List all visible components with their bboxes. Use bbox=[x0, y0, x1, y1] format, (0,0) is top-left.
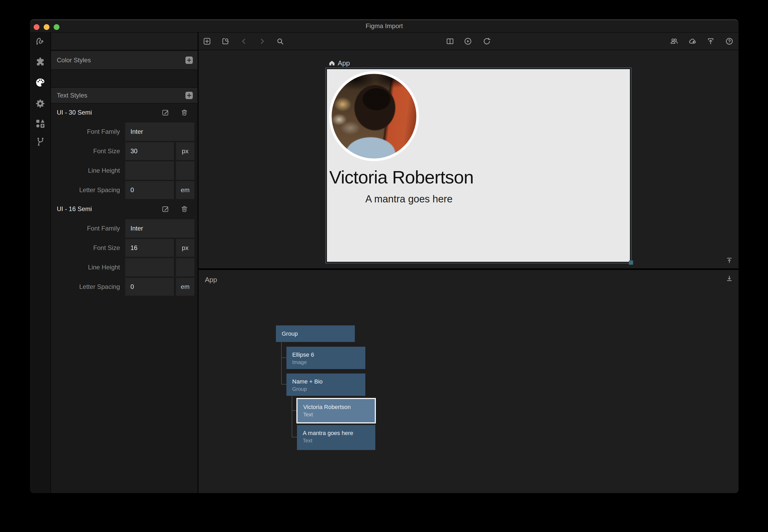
tree-node-ellipse[interactable]: Ellipse 6 Image bbox=[286, 347, 365, 369]
font-size-input[interactable]: 30 bbox=[125, 142, 174, 160]
font-family-input[interactable]: Inter bbox=[125, 219, 194, 238]
tree-connector bbox=[281, 384, 286, 385]
left-icon-rail bbox=[30, 33, 51, 493]
field-value: Inter bbox=[130, 128, 143, 135]
main-toolbar bbox=[198, 33, 739, 50]
text-styles-header: Text Styles bbox=[51, 87, 197, 104]
play-icon[interactable] bbox=[464, 37, 472, 45]
style-name: UI - 30 Semi bbox=[57, 104, 92, 121]
window-title: Figma Import bbox=[30, 20, 739, 32]
unit-box: px bbox=[176, 142, 194, 160]
unit-box bbox=[176, 258, 194, 277]
import-inspect-icon[interactable] bbox=[221, 37, 230, 45]
field-row: Font Size 16 px bbox=[51, 239, 197, 257]
field-row: Letter Spacing 0 em bbox=[51, 278, 197, 296]
tree-connector bbox=[281, 342, 282, 385]
letter-spacing-input[interactable]: 0 bbox=[125, 181, 174, 199]
palette-icon[interactable] bbox=[35, 77, 45, 88]
field-label: Line Height bbox=[51, 161, 120, 180]
add-text-style-button[interactable] bbox=[185, 92, 193, 99]
color-styles-header: Color Styles bbox=[51, 50, 197, 70]
tree-connector bbox=[292, 396, 292, 437]
layers-panel: App Group bbox=[198, 270, 739, 493]
publish-upload-icon[interactable] bbox=[706, 37, 715, 45]
canvas-view[interactable]: App Victoria Robertson A mantra goes her… bbox=[198, 50, 739, 268]
breadcrumb-label: App bbox=[338, 59, 350, 67]
frame-resize-handle[interactable] bbox=[629, 260, 633, 265]
collaborators-icon[interactable] bbox=[670, 37, 678, 45]
tree-connector bbox=[292, 437, 297, 437]
components-import-icon[interactable] bbox=[35, 118, 45, 129]
forward-icon[interactable] bbox=[258, 37, 266, 45]
help-icon[interactable] bbox=[725, 37, 734, 45]
tree-node-title: Victoria Robertson bbox=[303, 404, 351, 411]
styles-panel-top-strip bbox=[51, 33, 197, 50]
field-label: Font Size bbox=[51, 142, 120, 160]
letter-spacing-input[interactable]: 0 bbox=[125, 278, 174, 296]
canvas-mantra-text[interactable]: A mantra goes here bbox=[365, 193, 453, 205]
field-label: Font Size bbox=[51, 239, 120, 257]
app-window: Figma Import bbox=[30, 19, 739, 493]
field-value: 30 bbox=[130, 147, 137, 155]
field-label: Font Family bbox=[51, 219, 120, 238]
style-name: UI - 16 Semi bbox=[57, 201, 92, 217]
delete-style-icon[interactable] bbox=[180, 109, 188, 116]
field-label: Font Family bbox=[51, 122, 120, 141]
tree-node-group[interactable]: Group bbox=[276, 325, 355, 342]
add-frame-icon[interactable] bbox=[203, 37, 211, 45]
tree-node-title: Name + Bio bbox=[292, 378, 323, 385]
font-family-input[interactable]: Inter bbox=[125, 122, 194, 141]
screen: Figma Import bbox=[0, 0, 768, 532]
tree-node-subtitle: Group bbox=[292, 386, 307, 392]
line-height-input[interactable] bbox=[125, 161, 174, 180]
collapse-panel-up-icon[interactable] bbox=[726, 256, 733, 265]
settings-gear-icon[interactable] bbox=[35, 98, 45, 109]
plugins-puzzle-icon[interactable] bbox=[35, 57, 45, 67]
profile-photo[interactable] bbox=[329, 71, 419, 161]
font-size-input[interactable]: 16 bbox=[125, 239, 174, 257]
unit-box bbox=[176, 161, 194, 180]
text-styles-title: Text Styles bbox=[57, 88, 87, 103]
styles-panel: Color Styles Text Styles bbox=[51, 33, 198, 493]
unit-box: px bbox=[176, 239, 194, 257]
canvas-column: App Victoria Robertson A mantra goes her… bbox=[198, 33, 739, 493]
tree-node-victoria-selected[interactable]: Victoria Robertson Text bbox=[296, 398, 376, 423]
version-branch-icon[interactable] bbox=[35, 136, 45, 147]
field-value: 16 bbox=[130, 244, 137, 252]
add-color-style-button[interactable] bbox=[185, 57, 193, 64]
canvas-name-text[interactable]: Victoria Robertson bbox=[329, 167, 474, 187]
edit-style-icon[interactable] bbox=[161, 109, 169, 116]
field-row: Font Family Inter bbox=[51, 219, 197, 238]
breadcrumb[interactable]: App bbox=[328, 59, 350, 67]
profile-photo-image bbox=[332, 74, 417, 158]
expand-panel-down-icon[interactable] bbox=[726, 274, 733, 283]
refresh-icon[interactable] bbox=[483, 37, 491, 45]
tree-connector bbox=[292, 410, 296, 411]
cloud-sync-icon[interactable] bbox=[688, 37, 697, 45]
field-value: 0 bbox=[130, 186, 134, 194]
line-height-input[interactable] bbox=[125, 258, 174, 277]
layers-panel-title: App bbox=[205, 276, 217, 284]
search-icon[interactable] bbox=[276, 37, 284, 45]
split-view-icon[interactable] bbox=[446, 37, 454, 45]
vector-path-icon[interactable] bbox=[35, 35, 45, 46]
edit-style-icon[interactable] bbox=[161, 205, 169, 213]
back-icon[interactable] bbox=[240, 37, 248, 45]
field-label: Letter Spacing bbox=[51, 181, 120, 199]
field-label: Line Height bbox=[51, 258, 120, 277]
delete-style-icon[interactable] bbox=[180, 205, 188, 213]
field-row: Line Height bbox=[51, 161, 197, 180]
tree-node-title: Group bbox=[282, 325, 298, 342]
unit-box: em bbox=[176, 181, 194, 199]
tree-node-subtitle: Text bbox=[303, 438, 312, 444]
tree-node-title: Ellipse 6 bbox=[292, 351, 314, 358]
field-row: Letter Spacing 0 em bbox=[51, 181, 197, 199]
field-label: Letter Spacing bbox=[51, 278, 120, 296]
tree-connector bbox=[281, 357, 286, 358]
tree-node-subtitle: Image bbox=[292, 359, 307, 365]
tree-node-name-bio[interactable]: Name + Bio Group bbox=[286, 374, 365, 396]
tree-node-mantra[interactable]: A mantra goes here Text bbox=[297, 425, 375, 450]
tree-node-subtitle: Text bbox=[303, 412, 313, 418]
titlebar: Figma Import bbox=[30, 20, 739, 33]
style-entry-header: UI - 16 Semi bbox=[51, 201, 197, 217]
